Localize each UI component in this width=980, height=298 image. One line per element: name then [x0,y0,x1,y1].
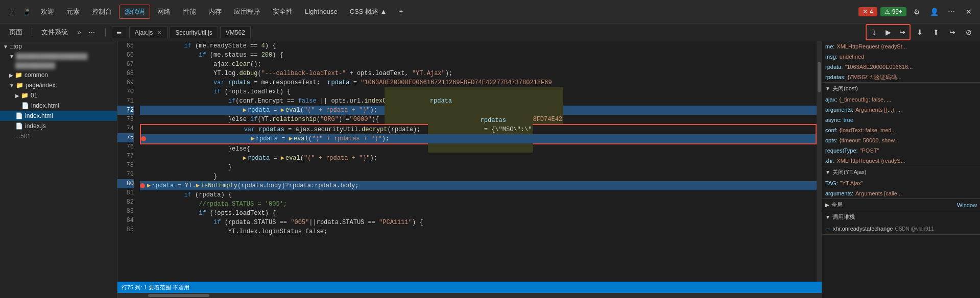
step-out-button[interactable]: ⬇ [913,25,927,39]
call-stack-item-arrow: → [825,226,831,232]
menu-security[interactable]: 安全性 [268,5,298,18]
menu-memory[interactable]: 内存 [203,5,227,18]
rp-async: async: true [822,115,980,125]
rp-xhr-val: XMLHttpRequest {readyS... [836,157,905,165]
01-label: 01 [31,92,37,99]
01-folder-icon: 📁 [21,92,29,99]
call-stack-label: 调用堆栈 [832,213,855,221]
code-line-67: ajax. clear (); [140,60,817,69]
vertical-scrollbar[interactable] [817,41,822,282]
page-tab[interactable]: 页面 [4,26,28,39]
rp-arguments: arguments: Arguments [{...}, ... [822,105,980,115]
scope-post-header[interactable]: ▼ 关闭(post) [822,83,980,94]
top-label: top [13,43,22,50]
rp-arguments2: arguments: Arguments [calle... [822,188,980,198]
menu-css-overview[interactable]: CSS 概述 ▲ [345,5,392,18]
sidebar-item-index-html-1[interactable]: 📄 index.html [0,101,117,111]
rp-arguments2-val: Arguments [calle... [855,189,902,197]
sidebar-item-page-index[interactable]: ▼ 📁 page/index [0,80,117,90]
ln-78: 78 [117,161,134,170]
ln-65: 65 [117,41,134,51]
sidebar-item-index-js[interactable]: 📄 index.js [0,121,117,131]
menu-performance[interactable]: 性能 [178,5,201,18]
dots-menu[interactable]: ⋯ [83,27,100,38]
warning-badge[interactable]: ⚠ 99+ [880,7,906,16]
step-up-button[interactable]: ⬆ [929,25,943,39]
sidebar-item-blurred2[interactable]: ██████████ [0,61,117,70]
rp-rpdata-key: rpdata: [825,63,843,71]
code-editor: 65 66 67 68 69 70 71 72 73 74 75 76 77 7… [117,41,822,298]
rp-xhr-key: xhr: [825,157,834,165]
blurred-label-2: ██████████ [15,62,55,68]
top-bar-left: ⬚ 📱 [4,5,34,19]
vm562-tab[interactable]: VM562 [220,27,251,38]
code-content: 65 66 67 68 69 70 71 72 73 74 75 76 77 7… [117,41,822,282]
code-line-78: } [140,163,817,172]
menu-network[interactable]: 网络 [152,5,176,18]
rp-me-val: XMLHttpRequest {readySt... [836,42,907,51]
screencast-icon[interactable]: ⬚ [4,5,18,19]
settings-button[interactable]: ⚙ [910,5,924,19]
ln-77: 77 [117,152,134,161]
scope-ytajax-header[interactable]: ▼ 关闭(YT.Ajax) [822,166,980,178]
profile-button[interactable]: 👤 [927,5,941,19]
ln-75: 75 [117,133,134,142]
scope-post-label: 关闭(post) [832,85,858,92]
sidebar-item-blurred1[interactable]: ▼ ██████████████████ [0,52,117,61]
menu-welcome[interactable]: 欢迎 [36,5,59,18]
line-numbers: 65 66 67 68 69 70 71 72 73 74 75 76 77 7… [117,41,138,282]
ajax-file-tab[interactable]: Ajax.js ✕ [129,27,168,38]
step-right-button[interactable]: ↪ [945,25,960,39]
sidebar-item-common[interactable]: ▶ 📁 common [0,70,117,80]
close-button[interactable]: ✕ [962,5,976,19]
call-stack-section: ▼ 调用堆栈 → xhr.onreadystatechange CSDN @vl… [822,211,980,235]
rp-async-val: true [844,116,853,124]
common-arrow: ▶ [9,72,13,78]
code-line-80: ▶ rpdata = YT. ▶ isNotEmpty (rpdata.body… [140,181,817,190]
more-button[interactable]: ⋯ [944,5,959,19]
step-over-button[interactable]: ⤵ [867,26,880,39]
menu-add[interactable]: + [394,6,408,17]
device-toggle-icon[interactable]: 📱 [19,5,34,19]
vm562-label: VM562 [226,29,245,36]
code-line-75: ▶ rpdata = ▶ eval ( "(" + rpdatas + ")" … [141,134,816,143]
scope-ytajax-arrow: ▼ [825,169,830,175]
h-scrollbar-thumb[interactable] [148,294,209,297]
ln-69: 69 [117,78,134,87]
call-stack-item-0[interactable]: → xhr.onreadystatechange CSDN @vlan911 [825,225,977,232]
blurred-label-1: ██████████████████ [16,53,87,59]
rp-requesttype-key: requestType: [825,146,858,155]
back-file-tab-icon[interactable]: ⬅ [111,27,127,38]
filesystem-tab[interactable]: 文件系统 [36,26,73,39]
ln-84: 84 [117,216,134,225]
menu-console[interactable]: 控制台 [87,5,117,18]
code-lines[interactable]: if (me.readyState == 4 ) { if (me.status… [138,41,817,282]
more-tabs-icon[interactable]: » [77,28,81,36]
top-icon: □ [10,43,13,50]
horizontal-scrollbar[interactable] [117,293,822,298]
scrollbar-thumb[interactable] [818,62,821,92]
sidebar-item-501: ...501 [0,131,117,141]
scope-ytajax-label: 关闭(YT.Ajax) [832,168,867,176]
code-line-85: YT.Index.loginStatus_false; [140,227,817,236]
resume-button[interactable]: ▶ [881,26,895,39]
error-badge[interactable]: ✕ 4 [858,7,877,16]
scope-global-header[interactable]: ▶ 全局 Window [822,199,980,211]
sidebar-item-01[interactable]: ▶ 📁 01 [0,90,117,101]
rp-ajax-val: {_timeoutflg: false, ... [839,95,891,104]
rp-conf-key: conf: [825,126,838,134]
error-count: 4 [870,8,873,15]
menu-sources[interactable]: 源代码 [119,5,150,19]
call-stack-header[interactable]: ▼ 调用堆栈 [822,211,980,223]
step-into-button[interactable]: ↪ [896,26,909,39]
deactivate-button[interactable]: ⊘ [962,25,976,39]
rp-ajax-key: ajax: [825,95,837,104]
tab-divider [32,28,32,36]
ajax-tab-close[interactable]: ✕ [157,29,162,36]
sidebar-item-top[interactable]: ▼ □ top [0,41,117,52]
menu-application[interactable]: 应用程序 [229,5,266,18]
sidebar-item-index-html-2[interactable]: 📄 index.html [0,111,117,121]
security-util-tab[interactable]: SecurityUtil.js [170,27,218,38]
menu-elements[interactable]: 元素 [61,5,85,18]
menu-lighthouse[interactable]: Lighthouse [300,6,343,17]
